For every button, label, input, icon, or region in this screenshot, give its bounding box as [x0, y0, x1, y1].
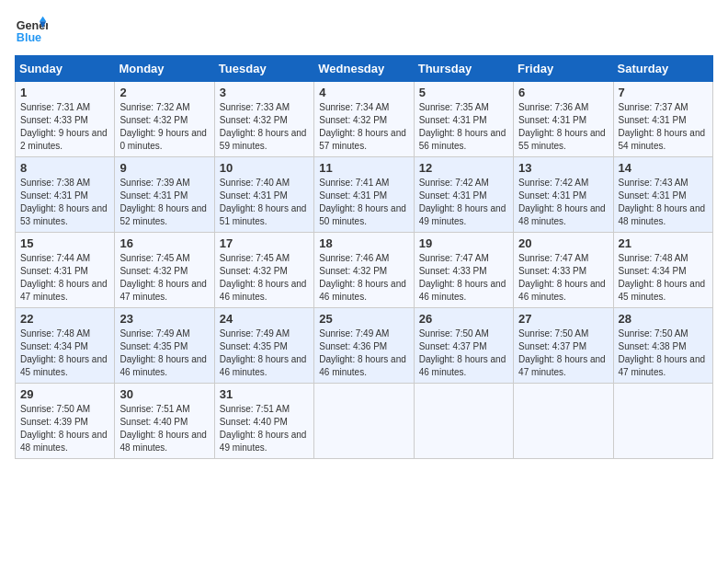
day-number: 2 [119, 86, 209, 99]
day-info: Sunrise: 7:47 AM Sunset: 4:33 PM Dayligh… [518, 252, 608, 304]
calendar-cell: 28 Sunrise: 7:50 AM Sunset: 4:38 PM Dayl… [613, 308, 712, 384]
header-sunday: Sunday [16, 56, 115, 82]
calendar-cell: 3 Sunrise: 7:33 AM Sunset: 4:32 PM Dayli… [214, 82, 313, 157]
day-info: Sunrise: 7:31 AM Sunset: 4:33 PM Dayligh… [20, 101, 109, 153]
day-number: 22 [20, 312, 109, 326]
calendar-cell: 2 Sunrise: 7:32 AM Sunset: 4:32 PM Dayli… [115, 82, 214, 157]
calendar-cell: 31 Sunrise: 7:51 AM Sunset: 4:40 PM Dayl… [214, 384, 313, 459]
day-number: 17 [220, 236, 309, 250]
calendar-cell [613, 384, 712, 459]
calendar-cell: 6 Sunrise: 7:36 AM Sunset: 4:31 PM Dayli… [514, 82, 613, 157]
day-number: 30 [119, 387, 209, 401]
day-number: 21 [619, 236, 708, 250]
header-tuesday: Tuesday [214, 56, 313, 82]
calendar-cell: 5 Sunrise: 7:35 AM Sunset: 4:31 PM Dayli… [414, 82, 513, 157]
calendar-cell: 23 Sunrise: 7:49 AM Sunset: 4:35 PM Dayl… [115, 308, 214, 384]
day-info: Sunrise: 7:49 AM Sunset: 4:35 PM Dayligh… [220, 327, 309, 379]
day-number: 16 [119, 236, 209, 250]
week-row-4: 22 Sunrise: 7:48 AM Sunset: 4:34 PM Dayl… [16, 308, 713, 384]
calendar-cell: 27 Sunrise: 7:50 AM Sunset: 4:37 PM Dayl… [514, 308, 613, 384]
day-info: Sunrise: 7:42 AM Sunset: 4:31 PM Dayligh… [518, 177, 608, 228]
day-number: 9 [119, 161, 209, 175]
calendar-cell [514, 384, 613, 459]
week-row-1: 1 Sunrise: 7:31 AM Sunset: 4:33 PM Dayli… [16, 82, 713, 157]
logo-icon: General Blue [15, 15, 48, 48]
day-number: 6 [518, 86, 608, 99]
calendar-cell: 7 Sunrise: 7:37 AM Sunset: 4:31 PM Dayli… [613, 82, 712, 157]
calendar-cell: 19 Sunrise: 7:47 AM Sunset: 4:33 PM Dayl… [414, 233, 513, 308]
day-info: Sunrise: 7:45 AM Sunset: 4:32 PM Dayligh… [119, 252, 209, 304]
logo: General Blue [15, 15, 48, 48]
calendar-cell: 10 Sunrise: 7:40 AM Sunset: 4:31 PM Dayl… [214, 157, 313, 233]
calendar-cell: 8 Sunrise: 7:38 AM Sunset: 4:31 PM Dayli… [16, 157, 115, 233]
calendar-header-row: SundayMondayTuesdayWednesdayThursdayFrid… [16, 56, 713, 82]
day-number: 31 [220, 387, 309, 401]
calendar-cell: 30 Sunrise: 7:51 AM Sunset: 4:40 PM Dayl… [115, 384, 214, 459]
calendar-cell: 15 Sunrise: 7:44 AM Sunset: 4:31 PM Dayl… [16, 233, 115, 308]
day-info: Sunrise: 7:43 AM Sunset: 4:31 PM Dayligh… [619, 177, 708, 228]
week-row-5: 29 Sunrise: 7:50 AM Sunset: 4:39 PM Dayl… [16, 384, 713, 459]
calendar-cell [314, 384, 414, 459]
day-number: 14 [619, 161, 708, 175]
day-info: Sunrise: 7:51 AM Sunset: 4:40 PM Dayligh… [220, 403, 309, 454]
day-info: Sunrise: 7:33 AM Sunset: 4:32 PM Dayligh… [220, 101, 309, 153]
week-row-3: 15 Sunrise: 7:44 AM Sunset: 4:31 PM Dayl… [16, 233, 713, 308]
calendar-cell: 20 Sunrise: 7:47 AM Sunset: 4:33 PM Dayl… [514, 233, 613, 308]
header-monday: Monday [115, 56, 214, 82]
day-info: Sunrise: 7:51 AM Sunset: 4:40 PM Dayligh… [119, 403, 209, 454]
calendar-cell: 24 Sunrise: 7:49 AM Sunset: 4:35 PM Dayl… [214, 308, 313, 384]
day-info: Sunrise: 7:35 AM Sunset: 4:31 PM Dayligh… [419, 101, 508, 153]
calendar-cell: 13 Sunrise: 7:42 AM Sunset: 4:31 PM Dayl… [514, 157, 613, 233]
calendar-table: SundayMondayTuesdayWednesdayThursdayFrid… [15, 55, 713, 459]
calendar-cell: 11 Sunrise: 7:41 AM Sunset: 4:31 PM Dayl… [314, 157, 414, 233]
calendar-cell: 29 Sunrise: 7:50 AM Sunset: 4:39 PM Dayl… [16, 384, 115, 459]
day-info: Sunrise: 7:34 AM Sunset: 4:32 PM Dayligh… [319, 101, 408, 153]
day-number: 1 [20, 86, 109, 99]
day-info: Sunrise: 7:48 AM Sunset: 4:34 PM Dayligh… [20, 327, 109, 379]
calendar-cell [414, 384, 513, 459]
day-number: 7 [619, 86, 708, 99]
day-info: Sunrise: 7:50 AM Sunset: 4:39 PM Dayligh… [20, 403, 109, 454]
day-info: Sunrise: 7:37 AM Sunset: 4:31 PM Dayligh… [619, 101, 708, 153]
day-info: Sunrise: 7:50 AM Sunset: 4:38 PM Dayligh… [619, 327, 708, 379]
day-number: 27 [518, 312, 608, 326]
day-number: 5 [419, 86, 508, 99]
day-info: Sunrise: 7:47 AM Sunset: 4:33 PM Dayligh… [419, 252, 508, 304]
day-info: Sunrise: 7:48 AM Sunset: 4:34 PM Dayligh… [619, 252, 708, 304]
calendar-cell: 21 Sunrise: 7:48 AM Sunset: 4:34 PM Dayl… [613, 233, 712, 308]
header-wednesday: Wednesday [314, 56, 414, 82]
calendar-cell: 1 Sunrise: 7:31 AM Sunset: 4:33 PM Dayli… [16, 82, 115, 157]
day-info: Sunrise: 7:49 AM Sunset: 4:36 PM Dayligh… [319, 327, 408, 379]
day-number: 24 [220, 312, 309, 326]
day-info: Sunrise: 7:49 AM Sunset: 4:35 PM Dayligh… [119, 327, 209, 379]
calendar-cell: 4 Sunrise: 7:34 AM Sunset: 4:32 PM Dayli… [314, 82, 414, 157]
day-info: Sunrise: 7:50 AM Sunset: 4:37 PM Dayligh… [518, 327, 608, 379]
day-number: 8 [20, 161, 109, 175]
day-info: Sunrise: 7:32 AM Sunset: 4:32 PM Dayligh… [119, 101, 209, 153]
svg-text:Blue: Blue [17, 31, 41, 44]
day-info: Sunrise: 7:41 AM Sunset: 4:31 PM Dayligh… [319, 177, 408, 228]
day-info: Sunrise: 7:44 AM Sunset: 4:31 PM Dayligh… [20, 252, 109, 304]
day-number: 10 [220, 161, 309, 175]
day-number: 15 [20, 236, 109, 250]
page-header: General Blue [15, 15, 713, 48]
day-info: Sunrise: 7:46 AM Sunset: 4:32 PM Dayligh… [319, 252, 408, 304]
calendar-cell: 26 Sunrise: 7:50 AM Sunset: 4:37 PM Dayl… [414, 308, 513, 384]
day-number: 29 [20, 387, 109, 401]
header-saturday: Saturday [613, 56, 712, 82]
day-info: Sunrise: 7:38 AM Sunset: 4:31 PM Dayligh… [20, 177, 109, 228]
day-number: 28 [619, 312, 708, 326]
calendar-cell: 12 Sunrise: 7:42 AM Sunset: 4:31 PM Dayl… [414, 157, 513, 233]
day-number: 23 [119, 312, 209, 326]
day-number: 12 [419, 161, 508, 175]
day-info: Sunrise: 7:40 AM Sunset: 4:31 PM Dayligh… [220, 177, 309, 228]
day-number: 3 [220, 86, 309, 99]
day-info: Sunrise: 7:42 AM Sunset: 4:31 PM Dayligh… [419, 177, 508, 228]
calendar-cell: 25 Sunrise: 7:49 AM Sunset: 4:36 PM Dayl… [314, 308, 414, 384]
calendar-cell: 16 Sunrise: 7:45 AM Sunset: 4:32 PM Dayl… [115, 233, 214, 308]
day-info: Sunrise: 7:39 AM Sunset: 4:31 PM Dayligh… [119, 177, 209, 228]
day-number: 26 [419, 312, 508, 326]
header-thursday: Thursday [414, 56, 513, 82]
calendar-cell: 14 Sunrise: 7:43 AM Sunset: 4:31 PM Dayl… [613, 157, 712, 233]
calendar-cell: 22 Sunrise: 7:48 AM Sunset: 4:34 PM Dayl… [16, 308, 115, 384]
